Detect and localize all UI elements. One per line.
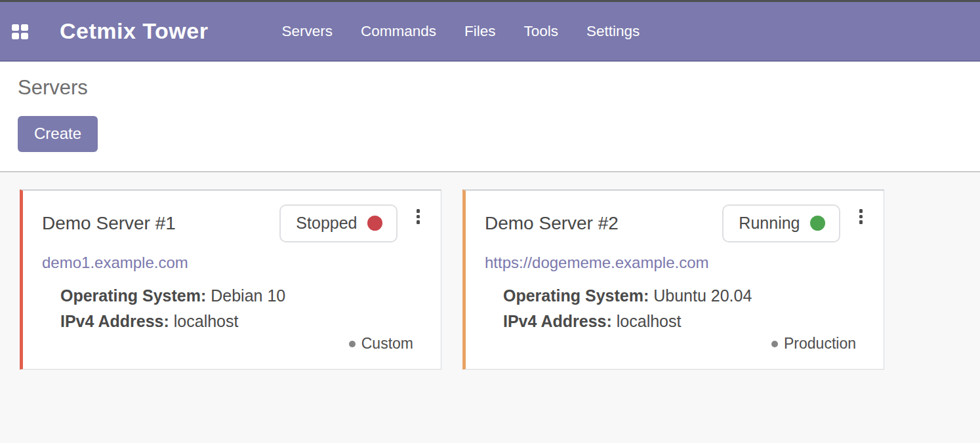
status-label: Running [739,214,800,233]
menu-item-servers[interactable]: Servers [281,23,333,40]
field-label: IPv4 Address: [60,312,169,330]
server-name: Demo Server #2 [485,213,722,234]
menu-item-settings[interactable]: Settings [586,23,640,40]
server-card[interactable]: Demo Server #1 Stopped demo1.example.com… [20,189,441,370]
tag-label: Production [784,335,856,353]
field-row: IPv4 Address: localhost [60,309,421,334]
tag-label: Custom [361,335,413,353]
server-status-button[interactable]: Running [722,204,840,242]
main-menu: Servers Commands Files Tools Settings [281,23,640,40]
grid-square [12,24,19,31]
field-row: IPv4 Address: localhost [503,309,864,334]
grid-square [21,24,28,31]
control-panel: Servers Create [0,62,980,172]
kebab-dot [417,220,420,224]
field-value: Debian 10 [211,286,285,305]
field-row: Operating System: Debian 10 [60,283,421,309]
status-label: Stopped [296,214,357,233]
menu-item-files[interactable]: Files [464,23,496,40]
server-url-link[interactable]: https://dogememe.example.com [485,254,709,272]
create-button[interactable]: Create [18,116,98,152]
tag-dot-icon [771,341,778,347]
field-value: localhost [617,312,682,330]
apps-grid-icon[interactable] [12,24,29,39]
field-label: Operating System: [60,286,206,305]
kebab-dot [859,220,863,224]
tag-dot-icon [349,341,356,347]
grid-square [12,33,19,39]
server-url-link[interactable]: demo1.example.com [42,254,188,272]
app-window: Cetmix Tower Servers Commands Files Tool… [0,0,980,443]
server-fields: Operating System: Debian 10 IPv4 Address… [60,283,421,334]
server-fields: Operating System: Ubuntu 20.04 IPv4 Addr… [503,283,864,334]
field-value: localhost [174,312,239,330]
kanban-view: Demo Server #1 Stopped demo1.example.com… [0,172,980,370]
kebab-dot [417,215,420,219]
server-tag: Custom [349,335,413,353]
kebab-dot [859,209,863,213]
kebab-dot [417,209,420,213]
page-title: Servers [18,76,962,100]
field-value: Ubuntu 20.04 [653,286,752,305]
status-dot-icon [810,216,825,231]
grid-square [21,33,28,39]
field-label: IPv4 Address: [503,312,612,330]
kebab-menu-icon[interactable] [415,208,422,225]
status-dot-icon [367,216,382,231]
card-header: Demo Server #1 Stopped [42,204,421,242]
field-label: Operating System: [503,286,649,305]
menu-item-tools[interactable]: Tools [524,23,559,40]
card-header: Demo Server #2 Running [485,204,864,242]
field-row: Operating System: Ubuntu 20.04 [503,283,864,309]
menu-item-commands[interactable]: Commands [361,23,436,40]
server-status-button[interactable]: Stopped [279,204,397,242]
server-tag: Production [771,335,856,353]
server-card[interactable]: Demo Server #2 Running https://dogememe.… [462,189,884,370]
main-navbar: Cetmix Tower Servers Commands Files Tool… [0,2,980,62]
app-title[interactable]: Cetmix Tower [60,18,208,44]
kebab-dot [859,215,863,219]
server-name: Demo Server #1 [42,213,279,234]
kebab-menu-icon[interactable] [858,208,865,225]
